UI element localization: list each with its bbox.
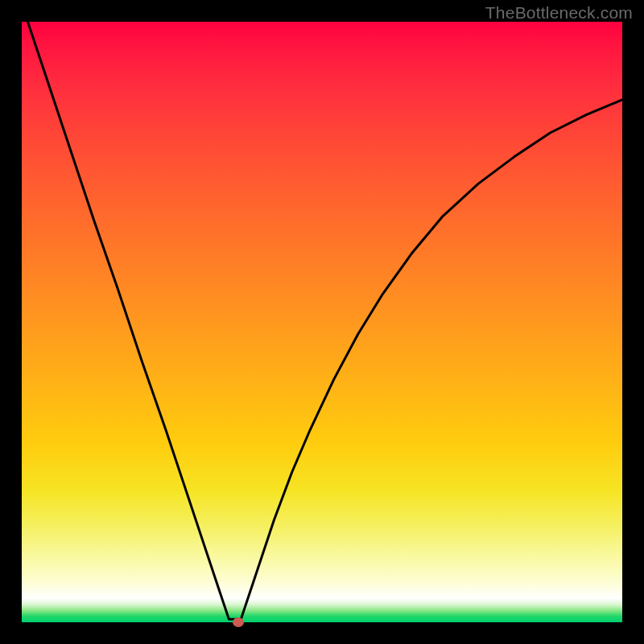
chart-frame [22,22,622,622]
watermark-text: TheBottleneck.com [485,3,633,23]
chart-curve [27,22,622,619]
chart-plot-area [22,22,622,622]
chart-curve-svg [22,22,622,622]
minimum-marker [233,617,244,627]
